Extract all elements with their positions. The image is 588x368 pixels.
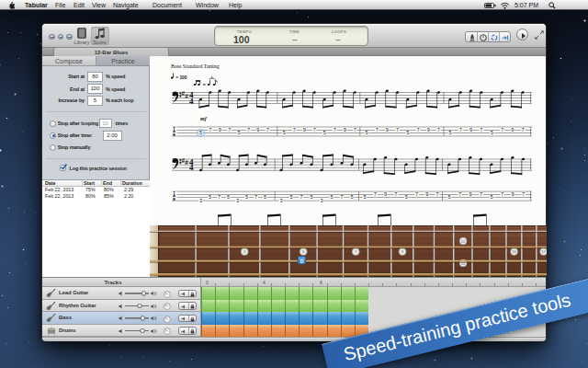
svg-text:7: 7 (228, 127, 231, 132)
svg-text:17: 17 (541, 249, 546, 254)
svg-text:7: 7 (501, 127, 503, 132)
svg-text:#: # (185, 159, 188, 166)
svg-text:7: 7 (480, 127, 482, 132)
svg-text:Bass Standard Tuning: Bass Standard Tuning (171, 63, 220, 69)
svg-text:7: 7 (522, 191, 525, 197)
svg-text:7: 7 (396, 127, 399, 132)
svg-text:7: 7 (354, 127, 356, 132)
svg-text:7: 7 (247, 127, 250, 132)
svg-text:7: 7 (458, 191, 461, 197)
svg-text:3: 3 (236, 198, 239, 203)
svg-text:mf: mf (200, 116, 208, 121)
svg-text:7: 7 (501, 191, 503, 197)
svg-text:9: 9 (427, 127, 430, 132)
svg-text:9: 9 (511, 127, 514, 132)
svg-text:5: 5 (323, 130, 326, 135)
svg-text:9: 9 (219, 127, 221, 132)
svg-text:7: 7 (209, 127, 211, 132)
svg-text:9: 9 (386, 127, 389, 132)
svg-text:9: 9 (303, 127, 306, 132)
svg-text:12: 12 (461, 239, 466, 244)
svg-text:5: 5 (405, 194, 408, 200)
svg-text:7: 7 (293, 127, 296, 132)
svg-text:3: 3 (199, 198, 202, 203)
svg-text:3: 3 (279, 198, 282, 203)
svg-text:7: 7 (340, 194, 343, 200)
svg-text:7: 7 (480, 191, 482, 197)
svg-text:3: 3 (210, 75, 213, 80)
svg-text:9: 9 (511, 191, 514, 197)
svg-text:5: 5 (350, 194, 353, 200)
svg-text:5: 5 (227, 194, 230, 200)
svg-text:5: 5 (199, 130, 202, 135)
svg-text:7: 7 (394, 191, 397, 197)
svg-text:= 100: = 100 (175, 75, 187, 80)
svg-text:7: 7 (334, 127, 336, 132)
svg-text:7: 7 (459, 127, 462, 132)
svg-text:5: 5 (310, 194, 312, 200)
svg-text:4: 4 (189, 97, 194, 106)
svg-text:7: 7 (254, 194, 257, 200)
svg-text:5: 5 (365, 130, 368, 135)
svg-text:7: 7 (437, 127, 440, 132)
svg-text:3: 3 (320, 198, 322, 203)
svg-text:7: 7 (374, 191, 377, 197)
svg-text:5: 5 (283, 130, 286, 135)
svg-text:5: 5 (363, 194, 366, 200)
svg-text:5: 5 (406, 130, 409, 135)
svg-text:5: 5 (330, 194, 333, 200)
svg-text:7: 7 (415, 191, 418, 197)
svg-text:9: 9 (344, 127, 346, 132)
svg-text:5: 5 (491, 130, 493, 135)
svg-text:B: B (173, 197, 175, 201)
svg-text:7: 7 (376, 127, 379, 132)
svg-text:D: D (300, 259, 304, 264)
svg-text:5: 5 (289, 194, 292, 200)
svg-text:7: 7 (300, 194, 302, 200)
svg-text:5: 5 (264, 194, 266, 200)
svg-text:9: 9 (469, 191, 471, 197)
svg-text:9: 9 (256, 127, 259, 132)
svg-text:7: 7 (522, 127, 525, 132)
svg-text:#: # (185, 93, 188, 99)
svg-text:7: 7 (266, 127, 269, 132)
svg-text:B: B (173, 132, 175, 137)
svg-text:7: 7 (416, 127, 419, 132)
svg-text:7: 7 (218, 194, 220, 200)
svg-text:5: 5 (209, 194, 211, 200)
svg-text:5: 5 (448, 130, 451, 135)
svg-text:5: 5 (245, 194, 248, 200)
svg-text:9: 9 (384, 191, 387, 197)
svg-text:5: 5 (447, 194, 450, 200)
svg-text:7: 7 (436, 191, 439, 197)
svg-text:15: 15 (512, 249, 516, 254)
svg-text:5: 5 (490, 194, 492, 200)
svg-text:=: = (203, 82, 207, 87)
svg-text:5: 5 (238, 130, 241, 135)
svg-text:4: 4 (189, 163, 194, 172)
svg-text:7: 7 (313, 127, 316, 132)
svg-text:9: 9 (469, 127, 472, 132)
svg-text:9: 9 (425, 191, 428, 197)
